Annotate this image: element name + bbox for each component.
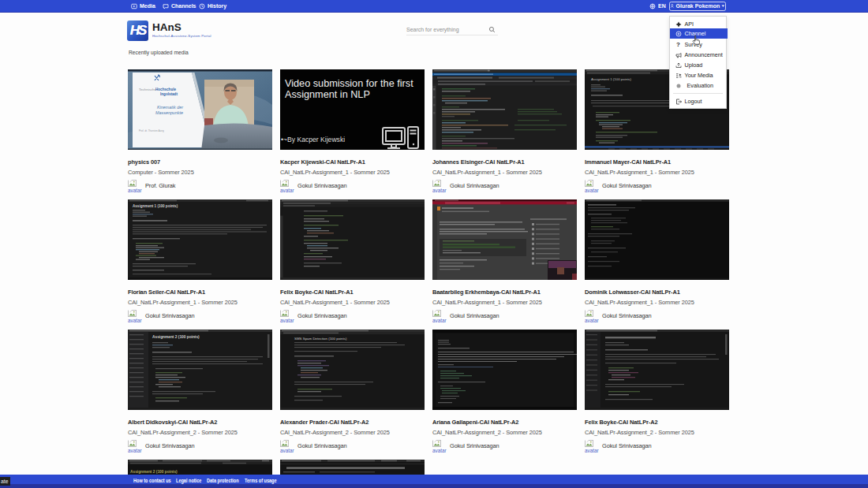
- svg-text:Assignment 2 (100 points): Assignment 2 (100 points): [152, 335, 200, 339]
- svg-text:Technische: Technische: [139, 88, 157, 91]
- svg-text:Hochschule: Hochschule: [155, 88, 176, 91]
- svg-text:Assignment 1 (100 points): Assignment 1 (100 points): [133, 204, 178, 208]
- svg-text:Video submission for the first: Video submission for the first: [285, 78, 413, 89]
- svg-text:Kinematik der: Kinematik der: [157, 105, 183, 110]
- svg-text:Assignment 2 (100 points): Assignment 2 (100 points): [130, 470, 178, 474]
- svg-text:Prof. dr. Thorsten Aang: Prof. dr. Thorsten Aang: [139, 129, 164, 132]
- svg-text:Massenpunkte: Massenpunkte: [155, 110, 183, 115]
- svg-text:Ingolstadt: Ingolstadt: [160, 92, 178, 96]
- svg-text:•~By Kacper Kijewski: •~By Kacper Kijewski: [281, 136, 345, 143]
- svg-text:Assignment 1 (100 points): Assignment 1 (100 points): [591, 77, 632, 81]
- svg-text:SMS Spam Detection (100 points: SMS Spam Detection (100 points): [294, 337, 347, 341]
- svg-text:Assignment in NLP: Assignment in NLP: [285, 89, 370, 100]
